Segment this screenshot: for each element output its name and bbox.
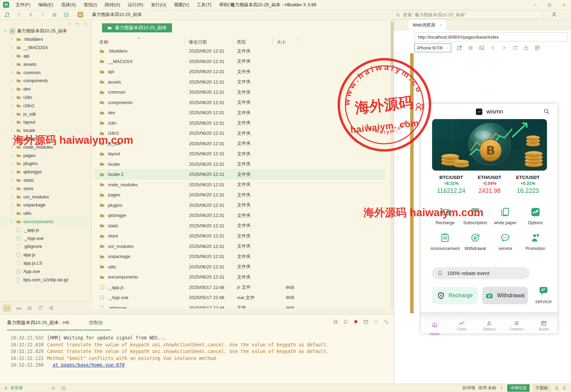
file-row-layout[interactable]: layout2025/06/20 12:31文件夹 xyxy=(95,149,385,159)
file-list-tab[interactable]: 暴力熊版本四10.25_副本 xyxy=(102,23,172,32)
close-button[interactable] xyxy=(557,0,571,10)
grid-withdrawal[interactable]: BWithdrawal xyxy=(460,233,491,251)
bell-icon[interactable] xyxy=(562,386,567,391)
file-row-locale 2[interactable]: locale 22025/06/20 12:31文件夹 xyxy=(95,169,385,180)
file-row-uni_modules[interactable]: uni_modules2025/06/20 12:31文件夹 xyxy=(95,241,385,252)
nav-contract[interactable]: Contract xyxy=(503,320,530,334)
tree-folder-utils[interactable]: utils xyxy=(0,209,91,218)
search-icon[interactable] xyxy=(543,108,550,115)
tree-folder-static[interactable]: static xyxy=(0,176,91,185)
close-icon[interactable] xyxy=(439,23,443,27)
tree-folder-qidongye[interactable]: qidongye xyxy=(0,168,91,176)
large-icon-button[interactable]: 大图标 xyxy=(533,384,551,392)
maximize-button[interactable] xyxy=(542,0,557,10)
menu-item-0[interactable]: 文件(F) xyxy=(12,0,34,10)
refresh-icon[interactable] xyxy=(512,45,518,51)
clear-icon[interactable] xyxy=(383,319,389,324)
file-row-.hbuilderx[interactable]: .hbuilderx2025/06/20 12:31文件夹 xyxy=(95,46,385,56)
list-icon[interactable] xyxy=(83,22,88,26)
minimize-button[interactable] xyxy=(528,0,542,10)
notice-banner[interactable]: 100% rebate event xyxy=(432,267,530,279)
run-icon[interactable] xyxy=(63,12,69,18)
user-icon[interactable] xyxy=(551,11,557,18)
back-icon[interactable] xyxy=(28,12,34,18)
tree-folder-plugins[interactable]: plugins xyxy=(0,159,91,168)
files-icon[interactable] xyxy=(3,305,11,312)
settings-icon[interactable] xyxy=(468,45,474,51)
sort-up-icon[interactable] xyxy=(499,386,504,391)
nav-assets[interactable]: Assets xyxy=(530,320,557,334)
tree-folder-pages[interactable]: pages xyxy=(0,151,91,159)
ticker-BTC/USDT[interactable]: BTC/USDT+8.31%116212.24 xyxy=(432,175,470,195)
star-icon[interactable] xyxy=(52,12,57,18)
stop-icon[interactable] xyxy=(353,319,359,324)
window-icon[interactable] xyxy=(363,319,369,324)
grid-service[interactable]: service xyxy=(490,233,521,251)
bug-icon[interactable] xyxy=(27,305,32,311)
window-icon[interactable] xyxy=(75,22,80,26)
breadcrumb-project[interactable]: 暴力熊版本四10.25_副本 xyxy=(92,11,142,18)
tree-folder-assets[interactable]: assets xyxy=(0,60,91,68)
grid-options[interactable]: Options xyxy=(521,207,551,225)
collapse-icon[interactable] xyxy=(373,319,379,324)
tree-folder-i18n2[interactable]: i18n2 xyxy=(0,101,91,110)
forward-icon[interactable] xyxy=(40,12,46,18)
column-name[interactable]: 名称 xyxy=(99,39,108,45)
console-tab-h5[interactable]: 暴力熊版本四10.25_副本 - H5 xyxy=(7,320,69,326)
sort-label[interactable]: 排序:名称 xyxy=(478,385,496,391)
nav-coins[interactable]: Coins xyxy=(448,320,475,334)
menu-item-1[interactable]: 编辑(E) xyxy=(34,0,57,10)
update-icon[interactable] xyxy=(554,386,559,391)
menu-item-3[interactable]: 查找(I) xyxy=(80,0,101,10)
refresh-icon[interactable] xyxy=(38,305,43,311)
file-row-utils[interactable]: utils2025/06/20 12:31文件夹 xyxy=(95,262,385,272)
file-row-static[interactable]: static2025/06/20 12:31文件夹 xyxy=(95,221,385,231)
terminal-icon[interactable] xyxy=(61,386,66,391)
nav-home[interactable]: Home xyxy=(421,320,448,337)
banner-image[interactable]: B xyxy=(432,119,547,171)
console-tab-main[interactable]: 控制台 xyxy=(89,320,103,326)
tree-folder-store[interactable]: store xyxy=(0,184,91,193)
log-link[interactable]: at pages/base/home.vue:670 xyxy=(53,362,124,368)
column-date[interactable]: 修改日期 xyxy=(189,39,207,45)
detail-view-button[interactable]: 详细信息 xyxy=(507,384,530,392)
file-row-plugins[interactable]: plugins2025/06/20 12:31文件夹 xyxy=(95,200,385,211)
list-icon[interactable] xyxy=(51,386,56,391)
glasses-icon[interactable] xyxy=(16,305,22,311)
nav-options[interactable]: Options xyxy=(476,320,503,334)
qrcode-icon[interactable] xyxy=(534,45,540,51)
tree-folder-api[interactable]: api xyxy=(0,52,91,60)
service-button[interactable]: service xyxy=(533,285,554,304)
grid-announcement[interactable]: Announcement xyxy=(430,233,460,251)
tree-folder-.hbuilderx[interactable]: .hbuilderx xyxy=(0,35,91,44)
grid-promotion[interactable]: Promotion xyxy=(521,233,551,251)
url-input[interactable]: http://localhost:8080/#/pages/base/index xyxy=(414,32,568,41)
tree-folder-layout[interactable]: layout xyxy=(0,118,91,126)
tree-file-.gitignore[interactable]: .gitignore xyxy=(0,242,91,251)
file-row-._app.js[interactable]: J._app.js2025/05/17 22:48js 文件4KB xyxy=(95,282,385,293)
new-file-icon[interactable] xyxy=(4,12,10,18)
bug-icon[interactable] xyxy=(333,319,338,324)
tree-folder-__MACOSX[interactable]: __MACOSX xyxy=(0,44,91,52)
back-icon[interactable] xyxy=(490,45,496,51)
column-type[interactable]: 类型 xyxy=(237,39,246,45)
up-icon[interactable] xyxy=(16,12,22,18)
grid-white-paper[interactable]: white paper xyxy=(490,207,521,225)
tree-folder-unpackage[interactable]: unpackage xyxy=(0,201,91,209)
search-input[interactable]: 搜索 "暴力熊版本四10.25_副本" xyxy=(393,11,543,19)
refresh-icon[interactable] xyxy=(67,22,72,26)
tree-folder-js_sdk[interactable]: js_sdk xyxy=(0,110,91,118)
recharge-button[interactable]: Recharge xyxy=(432,287,478,304)
tree-file-app.js.LS[interactable]: app.js.LS xyxy=(0,259,91,267)
file-row-.gitignore[interactable]: .gitignore2025/05/17 22:48文件4KB xyxy=(95,303,385,309)
login-status[interactable]: 未登录 xyxy=(3,385,23,391)
file-row-locale[interactable]: locale2025/06/20 12:31文件夹 xyxy=(95,159,385,170)
restart-icon[interactable] xyxy=(343,319,349,324)
tree-file-._app.js[interactable]: J._app.js xyxy=(0,226,91,234)
browser-tab[interactable]: Web浏览器 xyxy=(408,20,447,30)
file-row-._App.vue[interactable]: V._App.vue2025/05/17 22:48vue 文件4KB xyxy=(95,292,385,303)
file-row-wxcomponents[interactable]: wxcomponents2025/06/20 12:31文件夹 xyxy=(95,272,385,282)
tree-file-._App.vue[interactable]: V._App.vue xyxy=(0,234,91,242)
menu-item-4[interactable]: 跳转(G) xyxy=(101,0,124,10)
column-size[interactable]: 大小 xyxy=(277,39,286,45)
